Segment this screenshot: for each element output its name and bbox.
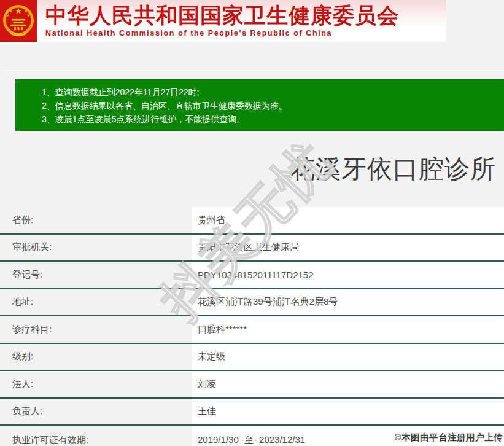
- site-title-cn: 中华人民共和国国家卫生健康委员会: [45, 4, 399, 27]
- field-value: PDY10348152011117D2152: [192, 262, 504, 288]
- notice-line-2: 2、信息数据结果以各省、自治区、直辖市卫生健康委数据为准。: [42, 99, 498, 112]
- field-label: 执业许可证有效期:: [0, 426, 192, 446]
- notice-box: 1、查询数据截止到2022年11月27日22时; 2、信息数据结果以各省、自治区…: [15, 79, 504, 131]
- notice-line-3: 3、凌晨1点至凌晨5点系统进行维护，不能提供查询。: [42, 112, 498, 126]
- field-value: 贵阳市花溪区卫生健康局: [192, 235, 504, 261]
- field-value: 王佳: [192, 399, 504, 425]
- table-row-person-in-charge: 负责人: 王佳: [0, 399, 504, 426]
- table-row-level: 级别: 未定级: [0, 344, 504, 372]
- field-label: 审批机关:: [0, 235, 192, 261]
- field-label: 法人:: [0, 371, 192, 397]
- header-titles: 中华人民共和国国家卫生健康委员会 National Health Commiss…: [37, 4, 399, 37]
- table-row-treatment-subjects: 诊疗科目: 口腔科******: [0, 316, 504, 344]
- field-label: 诊疗科目:: [0, 316, 192, 343]
- field-value: 未定级: [192, 344, 504, 370]
- table-row-address: 地址: 花溪区浦江路39号浦江名典2层8号: [0, 289, 504, 317]
- field-label: 地址:: [0, 289, 192, 316]
- header-divider: [5, 69, 504, 69]
- table-row-legal-person: 法人: 刘凌: [0, 371, 504, 399]
- site-header: 中华人民共和国国家卫生健康委员会 National Health Commiss…: [0, 0, 446, 42]
- field-label: 省份:: [0, 207, 192, 233]
- field-value: 刘凌: [192, 371, 504, 397]
- field-value: 贵州省: [192, 207, 504, 233]
- uploader-watermark: ©本图由平台注册用户上传: [395, 432, 503, 444]
- field-value: 花溪区浦江路39号浦江名典2层8号: [192, 289, 504, 316]
- table-row-approval-authority: 审批机关: 贵阳市花溪区卫生健康局: [0, 235, 504, 262]
- field-value: 口腔科******: [192, 316, 504, 343]
- site-title-en: National Health Commission of the People…: [45, 29, 399, 37]
- table-row-province: 省份: 贵州省: [0, 207, 504, 235]
- notice-line-1: 1、查询数据截止到2022年11月27日22时;: [42, 85, 498, 99]
- field-label: 级别:: [0, 344, 192, 370]
- china-national-emblem-icon: [0, 0, 37, 42]
- result-table: 省份: 贵州省 审批机关: 贵阳市花溪区卫生健康局 登记号: PDY103481…: [0, 207, 504, 446]
- field-label: 负责人:: [0, 399, 192, 425]
- institution-name: 花溪牙依口腔诊所: [290, 152, 496, 186]
- field-label: 登记号:: [0, 262, 192, 288]
- table-row-registration-number: 登记号: PDY10348152011117D2152: [0, 262, 504, 289]
